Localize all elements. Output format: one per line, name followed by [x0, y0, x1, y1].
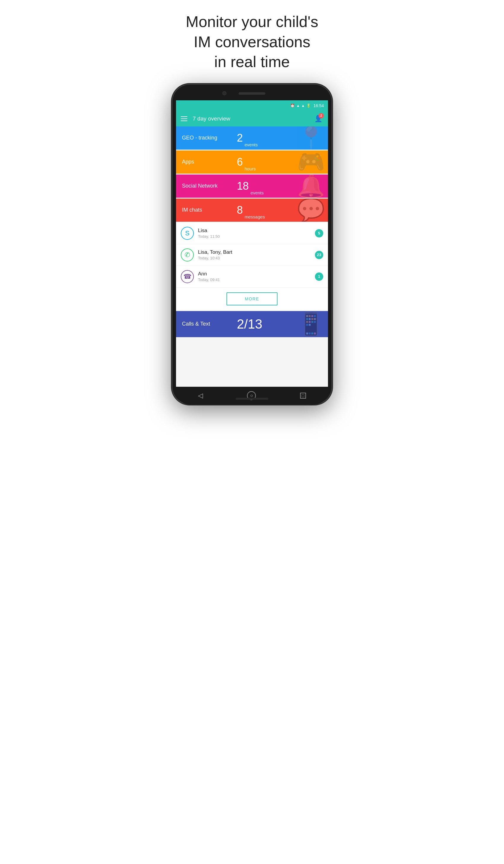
skype-icon: S: [181, 227, 194, 240]
phone-wrapper: ⏰ ▲ ▲ 🔋 16:54 7 day overview 👤 2 GEO - t…: [172, 84, 332, 405]
wifi-icon: ▲: [296, 104, 300, 108]
chat-name-0: Lisa: [198, 228, 311, 233]
chat-list: S Lisa Today, 11:50 5 ✆ Lisa, Tony, Bart…: [176, 223, 328, 288]
apps-count: 6: [237, 156, 243, 168]
speaker-top: [239, 92, 265, 95]
notification-button[interactable]: 👤 2: [313, 114, 323, 124]
im-unit: messages: [244, 214, 265, 222]
calls-count: 2/13: [237, 317, 262, 332]
status-time: 16:54: [313, 103, 324, 108]
more-button[interactable]: MORE: [227, 292, 277, 305]
menu-button[interactable]: [181, 116, 187, 121]
chat-time-1: Today, 10:43: [198, 256, 311, 260]
calls-label: Calls & Text: [182, 321, 231, 327]
front-camera: [222, 91, 227, 95]
chat-name-2: Ann: [198, 271, 311, 277]
geo-count: 2: [237, 132, 243, 144]
im-card[interactable]: IM chats 8 messages 💬: [176, 199, 328, 222]
geo-unit: events: [244, 142, 257, 149]
signal-icon: ▲: [301, 104, 305, 108]
headline: Monitor your child's IM conversations in…: [186, 12, 318, 72]
headline-line2: IM conversations: [193, 33, 310, 50]
chat-info-0: Lisa Today, 11:50: [198, 228, 311, 239]
apps-label: Apps: [182, 159, 231, 165]
im-label: IM chats: [182, 207, 231, 213]
content-area: GEO - tracking 2 events 📍 Apps 6 hours 🎮…: [176, 127, 328, 387]
apps-card[interactable]: Apps 6 hours 🎮: [176, 151, 328, 173]
social-unit: events: [251, 190, 264, 198]
chat-badge-0: 5: [315, 229, 323, 238]
calls-card[interactable]: Calls & Text 2/13 📱: [176, 311, 328, 337]
geo-label: GEO - tracking: [182, 135, 231, 141]
chat-time-2: Today, 09:41: [198, 277, 311, 282]
geo-card[interactable]: GEO - tracking 2 events 📍: [176, 127, 328, 149]
chat-item-2[interactable]: ☎ Ann Today, 09:41 1: [176, 266, 328, 288]
notification-badge: 2: [319, 113, 324, 118]
headline-line1: Monitor your child's: [186, 13, 318, 30]
battery-icon: 🔋: [306, 104, 311, 108]
chat-badge-1: 23: [315, 251, 323, 259]
chat-item-0[interactable]: S Lisa Today, 11:50 5: [176, 223, 328, 244]
social-bg-icon: 🔔: [297, 175, 325, 198]
chat-info-2: Ann Today, 09:41: [198, 271, 311, 282]
headline-line3: in real time: [214, 53, 290, 70]
status-bar: ⏰ ▲ ▲ 🔋 16:54: [176, 100, 328, 111]
social-card[interactable]: Social Network 18 events 🔔: [176, 175, 328, 198]
back-button[interactable]: ◁: [198, 392, 203, 399]
geo-bg-icon: 📍: [297, 127, 325, 149]
whatsapp-icon: ✆: [181, 249, 194, 262]
social-label: Social Network: [182, 183, 231, 189]
menu-line-3: [181, 120, 187, 121]
alarm-icon: ⏰: [290, 104, 295, 108]
menu-line-1: [181, 116, 187, 117]
speaker-bottom: [236, 398, 268, 400]
recent-button[interactable]: □: [300, 393, 306, 399]
app-bar: 7 day overview 👤 2: [176, 111, 328, 127]
chat-name-1: Lisa, Tony, Bart: [198, 249, 311, 255]
app-title: 7 day overview: [193, 116, 313, 122]
more-button-wrap: MORE: [176, 288, 328, 310]
apps-unit: hours: [244, 166, 256, 173]
calls-bg-icon: 📱: [297, 311, 325, 337]
menu-line-2: [181, 118, 187, 119]
nav-bar: ◁ ○ □: [176, 387, 328, 405]
chat-time-0: Today, 11:50: [198, 234, 311, 239]
chat-info-1: Lisa, Tony, Bart Today, 10:43: [198, 249, 311, 260]
im-bg-icon: 💬: [297, 199, 325, 222]
viber-icon: ☎: [181, 270, 194, 283]
apps-bg-icon: 🎮: [297, 151, 325, 173]
screen: ⏰ ▲ ▲ 🔋 16:54 7 day overview 👤 2 GEO - t…: [176, 100, 328, 387]
social-count: 18: [237, 180, 249, 192]
im-count: 8: [237, 204, 243, 216]
chat-item-1[interactable]: ✆ Lisa, Tony, Bart Today, 10:43 23: [176, 244, 328, 266]
chat-badge-2: 1: [315, 273, 323, 281]
